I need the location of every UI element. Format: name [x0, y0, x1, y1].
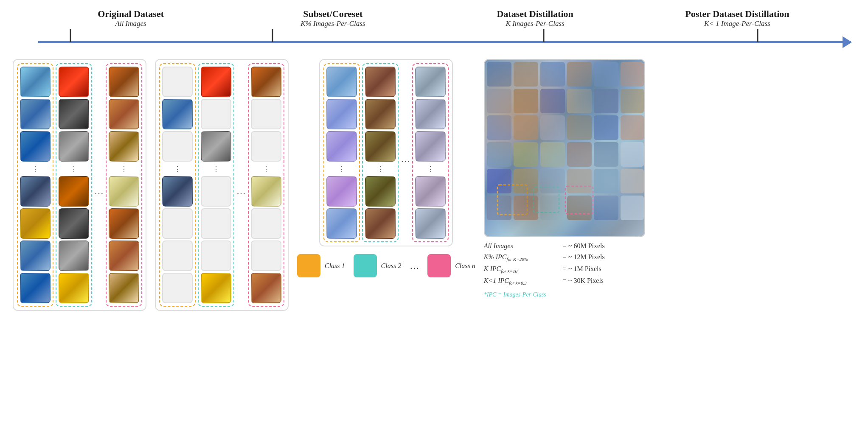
- img-airplane-6: [20, 273, 51, 303]
- svg-rect-13: [514, 115, 538, 140]
- stat-label-0: All Images: [484, 242, 560, 250]
- svg-rect-14: [540, 115, 565, 140]
- dist-img-1: [326, 67, 357, 97]
- subset-car-2: [201, 99, 231, 129]
- subset-car-3: [201, 131, 231, 162]
- subset-col-orange: ⋮: [159, 63, 196, 307]
- subset-card: ⋮ ⋮: [155, 59, 289, 311]
- distillation-col-orange: ⋮: [323, 63, 360, 242]
- distillation-col-teal: ⋮: [362, 63, 399, 242]
- original-col-pink: ⋮: [106, 63, 142, 307]
- subset-col-pink: ⋮: [248, 63, 284, 307]
- section-title-original: Original Dataset: [30, 8, 232, 20]
- svg-rect-19: [514, 142, 538, 167]
- subset-car-6: [201, 240, 231, 271]
- section-subtitle-poster: K< 1 Image-Per-Class: [636, 20, 838, 28]
- subset-dataset-column: ⋮ ⋮: [155, 59, 289, 311]
- stats-panel: All Images = ~ 60M Pixels K% IPCfor K=20…: [484, 242, 645, 298]
- dist-dog-4: [415, 176, 446, 207]
- svg-rect-9: [567, 89, 592, 113]
- legend-dots-text: …: [410, 260, 419, 271]
- dots-subset-middle: …: [236, 185, 246, 198]
- svg-rect-18: [487, 142, 511, 167]
- section-subtitle-original: All Images: [30, 20, 232, 28]
- legend-dots: …: [410, 260, 419, 271]
- section-header-original: Original Dataset All Images: [30, 8, 232, 28]
- timeline: [13, 34, 855, 50]
- timeline-arrow: [38, 41, 851, 43]
- dots-dist-orange: ⋮: [338, 163, 346, 174]
- dist-img-2: [326, 99, 357, 129]
- poster-svg: [485, 60, 645, 237]
- dist-car-1: [365, 67, 396, 97]
- svg-rect-17: [621, 115, 644, 140]
- img-car-3: [59, 131, 89, 162]
- svg-rect-1: [514, 62, 538, 87]
- subset-dog-1: [251, 67, 281, 97]
- section-subtitle-distillation: K Images-Per-Class: [434, 20, 636, 28]
- stat-row-2: K IPCfor k=10 = ~ 1M Pixels: [484, 265, 645, 274]
- subset-img-6: [162, 240, 193, 271]
- svg-rect-29: [621, 169, 644, 193]
- dots-subset-teal: ⋮: [212, 163, 220, 174]
- svg-rect-21: [567, 142, 592, 167]
- svg-rect-5: [621, 62, 644, 87]
- original-cols: ⋮ ⋮: [17, 63, 142, 307]
- svg-rect-24: [487, 169, 511, 193]
- subset-dog-3: [251, 131, 281, 162]
- top-section: Original Dataset All Images Subset/Cores…: [13, 8, 855, 53]
- subset-dots-col: …: [236, 63, 246, 307]
- original-dataset-column: ⋮ ⋮: [13, 59, 146, 311]
- svg-rect-16: [594, 115, 618, 140]
- subset-dog-4: [251, 176, 281, 207]
- stat-eq-1: = ~ 12M Pixels: [563, 253, 605, 261]
- original-dots-col: …: [94, 63, 104, 307]
- svg-rect-8: [540, 89, 565, 113]
- svg-rect-4: [594, 62, 618, 87]
- svg-rect-31: [514, 196, 538, 220]
- section-title-subset: Subset/Coreset: [232, 8, 434, 20]
- svg-rect-38: [565, 186, 593, 214]
- svg-rect-3: [567, 62, 592, 87]
- img-airplane-4: [20, 176, 51, 207]
- stat-label-3: K<1 IPCfor k=0.3: [484, 277, 560, 285]
- svg-rect-23: [621, 142, 644, 167]
- section-headers: Original Dataset All Images Subset/Cores…: [13, 8, 855, 28]
- dist-img-5: [326, 208, 357, 239]
- original-col-orange: ⋮: [17, 63, 53, 307]
- legend: Class 1 Class 2 … Class n: [297, 254, 475, 277]
- stat-row-3: K<1 IPCfor k=0.3 = ~ 30K Pixels: [484, 277, 645, 285]
- img-car-1: [59, 67, 89, 97]
- dots-dist-teal: ⋮: [376, 163, 384, 174]
- subset-car-1: [201, 67, 231, 97]
- dist-img-3: [326, 131, 357, 162]
- dots-middle-1: …: [94, 185, 104, 198]
- dist-car-4: [365, 176, 396, 207]
- legend-label-classn: Class n: [455, 262, 475, 270]
- img-bird-1: [20, 208, 51, 239]
- timeline-tick-1: [70, 29, 71, 42]
- stat-eq-0: = ~ 60M Pixels: [563, 242, 605, 250]
- legend-item-pink: Class n: [427, 254, 475, 277]
- dots-dist-middle: …: [401, 153, 410, 165]
- subset-cols: ⋮ ⋮: [159, 63, 284, 307]
- svg-rect-12: [487, 115, 511, 140]
- original-col-teal: ⋮: [56, 63, 92, 307]
- ipc-footnote: *IPC = Images-Per-Class: [484, 291, 645, 298]
- original-card: ⋮ ⋮: [13, 59, 146, 311]
- subset-dog-6: [251, 240, 281, 271]
- section-title-distillation: Dataset Distillation: [434, 8, 636, 20]
- svg-rect-37: [534, 187, 559, 213]
- subset-car-7: [201, 273, 231, 303]
- img-airplane-1: [20, 67, 51, 97]
- poster-panel: All Images = ~ 60M Pixels K% IPCfor K=20…: [484, 59, 645, 298]
- subset-dog-2: [251, 99, 281, 129]
- distillation-col-pink: ⋮: [412, 63, 449, 242]
- subset-car-4: [201, 176, 231, 207]
- svg-rect-25: [514, 169, 538, 193]
- img-airplane-5: [20, 240, 51, 271]
- dist-dog-2: [415, 99, 446, 129]
- svg-rect-11: [621, 89, 644, 113]
- legend-box-pink: [427, 254, 451, 277]
- stat-label-1: K% IPCfor K=20%: [484, 253, 560, 262]
